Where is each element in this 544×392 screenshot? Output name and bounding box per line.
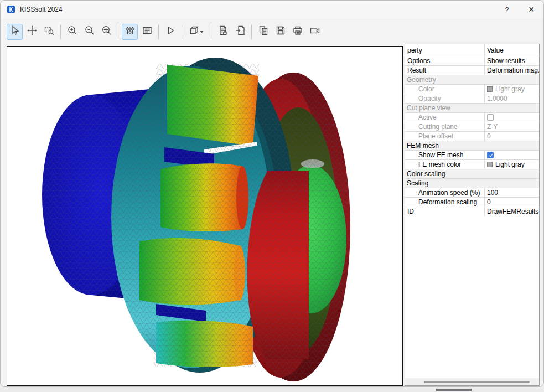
report-list-icon (142, 25, 153, 38)
row-deformation-scaling[interactable]: Deformation scaling 0 (405, 198, 539, 207)
help-button[interactable]: ? (495, 1, 519, 18)
row-scaling-group[interactable]: Scaling (405, 179, 539, 188)
color-swatch-light-gray (487, 86, 493, 92)
export-protected-document-button[interactable] (215, 24, 231, 40)
select-arrow-icon (9, 25, 20, 38)
properties-panel-toggle-button[interactable] (122, 24, 138, 40)
fe-mesh-overlay (7, 47, 402, 385)
horizontal-scrollbar-thumb[interactable] (424, 381, 530, 383)
play-icon (165, 25, 176, 38)
pan-button[interactable] (24, 24, 40, 40)
sliders-icon (125, 25, 136, 38)
report-view-button[interactable] (139, 24, 155, 40)
pan-icon (27, 25, 38, 38)
zoom-fit-icon (101, 25, 112, 38)
zoom-out-button[interactable] (81, 24, 97, 40)
fem-model-render (7, 47, 402, 385)
header-value: Value (484, 44, 539, 56)
row-plane-offset[interactable]: Plane offset 0 (405, 132, 539, 141)
select-arrow-button[interactable] (7, 24, 23, 40)
horizontal-scrollbar[interactable] (405, 378, 539, 385)
video-camera-icon (309, 25, 320, 38)
panel-header-row: perty Value (405, 44, 539, 56)
title-bar[interactable]: K KISSsoft 2024 ? ✕ (1, 1, 543, 18)
row-cutting-plane[interactable]: Cutting plane Z-Y (405, 122, 539, 132)
row-color[interactable]: Color Light gray (405, 85, 539, 94)
export-document-button[interactable] (232, 24, 248, 40)
document-arrow-icon (235, 25, 246, 38)
view-cube-icon (189, 25, 200, 38)
zoom-window-icon (44, 25, 55, 38)
row-color-scaling-group[interactable]: Color scaling (405, 169, 539, 179)
printer-icon (292, 25, 303, 38)
properties-panel: perty Value Options Show results Result … (405, 44, 540, 386)
zoom-in-button[interactable] (64, 24, 80, 40)
row-animation-speed[interactable]: Animation speed (%) 100 (405, 188, 539, 198)
row-opacity[interactable]: Opacity 1.0000 (405, 94, 539, 104)
row-fem-mesh-group[interactable]: FEM mesh (405, 141, 539, 151)
zoom-window-button[interactable] (41, 24, 57, 40)
zoom-fit-button[interactable] (99, 24, 115, 40)
zoom-out-icon (84, 25, 95, 38)
dropdown-caret-icon (200, 27, 204, 37)
row-active[interactable]: Active (405, 113, 539, 122)
row-show-fe-mesh[interactable]: Show FE mesh (405, 151, 539, 160)
save-button[interactable] (272, 24, 288, 40)
record-video-button[interactable] (307, 24, 323, 40)
print-button[interactable] (289, 24, 305, 40)
row-result[interactable]: Result Deformation mag... (405, 66, 539, 75)
check-icon (489, 153, 493, 157)
document-lock-icon (217, 25, 229, 38)
copy-button[interactable] (255, 24, 271, 40)
toolbar (6, 22, 323, 42)
row-id[interactable]: ID DrawFEMResults (405, 207, 539, 216)
header-property: perty (405, 47, 484, 54)
kisssoft-logo-icon: K (7, 6, 15, 13)
row-geometry-group[interactable]: Geometry (405, 75, 539, 85)
save-floppy-icon (275, 25, 286, 38)
row-options[interactable]: Options Show results (405, 56, 539, 66)
background-window-fragment (436, 389, 472, 391)
app-window: K KISSsoft 2024 ? ✕ (0, 0, 544, 387)
play-animation-button[interactable] (162, 24, 178, 40)
3d-viewport[interactable] (7, 46, 403, 386)
show-fe-mesh-checkbox[interactable] (487, 152, 494, 158)
view-cube-dropdown-button[interactable] (185, 24, 208, 40)
active-checkbox[interactable] (487, 114, 494, 121)
color-swatch-light-gray (487, 162, 493, 167)
close-button[interactable]: ✕ (519, 1, 543, 18)
zoom-in-icon (67, 25, 78, 38)
row-cut-plane-view-group[interactable]: Cut plane view (405, 104, 539, 113)
row-fe-mesh-color[interactable]: FE mesh color Light gray (405, 160, 539, 169)
panel-empty-area (405, 216, 539, 378)
window-title: KISSsoft 2024 (20, 6, 63, 13)
copy-icon (258, 25, 269, 38)
